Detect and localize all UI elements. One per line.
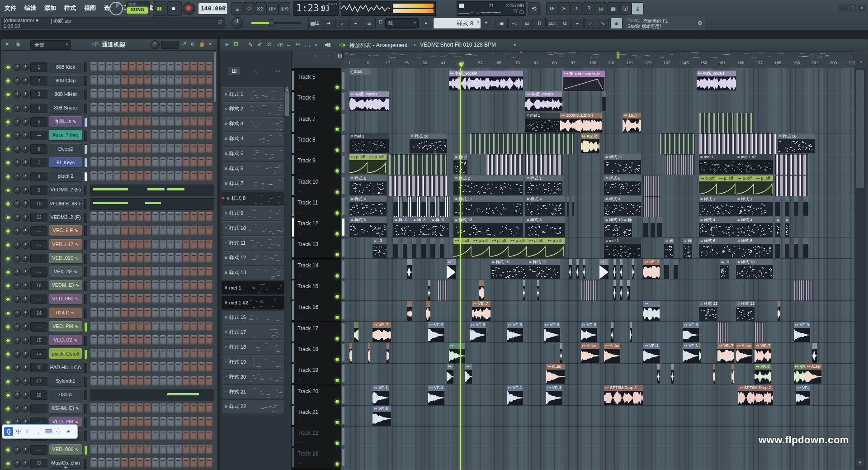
pattern-item-样式 18[interactable]: ≡样式 18	[222, 340, 284, 354]
song-mode-button[interactable]: SONG	[127, 7, 148, 14]
channel-number[interactable]: 12	[30, 213, 47, 222]
channel-mute-meter[interactable]	[84, 322, 87, 332]
track-select-strip[interactable]	[292, 260, 294, 279]
list-button[interactable]: ▤	[521, 18, 533, 29]
step-cell[interactable]	[152, 212, 159, 222]
pattern-clip-样式 21[interactable]: ≡ 样式 21	[604, 154, 641, 174]
pattern-item-样式 4[interactable]: ≡样式 4	[222, 132, 284, 146]
channel-volume-knob[interactable]	[22, 77, 29, 85]
pattern-item-mel 1[interactable]: ≡mel 1	[222, 281, 284, 294]
step-cell[interactable]	[190, 431, 197, 440]
step-cell[interactable]	[144, 362, 151, 372]
pattern-selector[interactable]: 样式 8⇅	[433, 18, 481, 29]
block-clip[interactable]	[699, 113, 716, 133]
step-cell[interactable]	[183, 171, 189, 181]
mini-pattern-clip[interactable]	[785, 196, 789, 216]
track-lane-Track-12[interactable]: ≡ 样式 6≡ 样..3≡ 样..3≡ 样..3≡ 样式 18≡ 样式 6≡ 样…	[341, 217, 854, 238]
channel-volume-knob[interactable]	[22, 214, 29, 221]
step-cell[interactable]	[160, 349, 166, 358]
step-cell[interactable]	[152, 349, 159, 358]
step-cell[interactable]	[183, 267, 189, 276]
mini-pattern-clip[interactable]	[674, 259, 678, 279]
pattern-clip-样式 17[interactable]: ≡ 样式 17	[453, 196, 523, 216]
channel-mute-meter[interactable]	[84, 418, 87, 427]
pattern-clip-mel 1 #2[interactable]: ≡ mel 1 #2	[736, 154, 773, 174]
channel-pan-knob[interactable]	[14, 460, 21, 467]
step-cell[interactable]	[167, 362, 174, 372]
step-cell[interactable]	[175, 171, 182, 181]
channel-volume-knob[interactable]	[22, 159, 29, 166]
step-cell[interactable]	[190, 458, 197, 468]
channel-enable-led[interactable]	[6, 297, 10, 302]
channel-pan-knob[interactable]	[14, 228, 21, 235]
step-cell[interactable]	[206, 308, 212, 318]
channel-pan-knob[interactable]	[14, 91, 21, 98]
step-cell[interactable]	[167, 445, 174, 454]
block-clip[interactable]	[486, 154, 524, 175]
track-select-strip[interactable]	[292, 406, 294, 425]
step-cell[interactable]	[206, 362, 212, 372]
step-cell[interactable]	[121, 117, 128, 126]
channel-volume-knob[interactable]	[22, 446, 29, 454]
pattern-clip-样..3[interactable]: ≡ 样..3	[393, 217, 412, 237]
step-cell[interactable]	[190, 103, 197, 113]
small-audio-clip-unnamed[interactable]	[812, 343, 817, 363]
audio-clip-VF..0[interactable]: ↦ VF..0	[794, 364, 806, 384]
track-lane-Track-5[interactable]: ↦ 冬眠_vocals⊶ Reverb..cay time↦ 冬眠_vocals	[341, 70, 854, 91]
step-cell[interactable]	[190, 117, 197, 126]
step-cell[interactable]	[90, 280, 97, 290]
step-cell[interactable]	[129, 130, 136, 140]
track-header-Track-20[interactable]: Track 20....	[292, 385, 341, 406]
channel-enable-led[interactable]	[6, 366, 10, 370]
pattern-clip-样式 12[interactable]: ≡ 样式 12	[699, 301, 717, 321]
channel-pan-knob[interactable]	[14, 364, 21, 371]
step-cell[interactable]	[190, 157, 197, 167]
record-button[interactable]	[183, 2, 195, 15]
channel-button-808 Kick[interactable]: 808 Kick	[49, 62, 82, 72]
step-cell[interactable]	[144, 349, 151, 358]
mini-pattern-clip[interactable]	[430, 238, 435, 258]
channel-number[interactable]: 7	[30, 158, 47, 167]
step-cell[interactable]	[121, 349, 128, 358]
step-cell[interactable]	[175, 157, 182, 167]
ime-item-3[interactable]: ,	[34, 427, 43, 436]
step-cell[interactable]	[206, 171, 212, 181]
track-header-Track-18[interactable]: Track 18....	[292, 342, 341, 364]
step-cell[interactable]	[206, 130, 212, 140]
step-cell[interactable]	[183, 226, 189, 235]
channel-enable-led[interactable]	[6, 120, 10, 124]
step-cell[interactable]	[183, 240, 189, 249]
snap-selector[interactable]: 线▸	[385, 18, 419, 28]
channel-volume-knob[interactable]	[22, 119, 29, 126]
block-clip[interactable]	[699, 133, 776, 154]
block-clip[interactable]	[794, 280, 813, 301]
channel-volume-knob[interactable]	[22, 378, 29, 385]
step-cell[interactable]	[144, 171, 151, 181]
pattern-clip-样式 4[interactable]: ≡ 样式 4	[736, 217, 773, 237]
step-cell[interactable]	[175, 445, 182, 454]
audio-clip-VF..1[interactable]: ↦ VF..1	[546, 385, 562, 405]
step-cell[interactable]	[160, 267, 166, 276]
audio-clip-VF..1[interactable]: ↦ VF..1	[796, 385, 810, 405]
channel-volume-knob[interactable]	[22, 310, 29, 317]
mini-pattern-clip[interactable]	[393, 238, 398, 258]
mini-pattern-clip[interactable]	[775, 238, 780, 258]
audio-clip-unnamed[interactable]: ↦	[643, 301, 660, 321]
ime-item-6[interactable]: ✦	[64, 427, 73, 436]
step-cell[interactable]	[113, 171, 120, 181]
step-cell[interactable]	[152, 240, 159, 249]
step-cell[interactable]	[198, 130, 205, 140]
main-volume-knob[interactable]	[109, 2, 123, 15]
step-cell[interactable]	[190, 362, 197, 372]
pattern-clip-样式 12[interactable]: ≡ 样式 12	[528, 259, 560, 279]
step-cell[interactable]	[198, 362, 205, 372]
step-cell[interactable]	[144, 445, 151, 454]
step-cell[interactable]	[198, 240, 205, 249]
step-cell[interactable]	[175, 335, 182, 345]
track-mute-led[interactable]	[335, 127, 340, 132]
channel-enable-led[interactable]	[6, 256, 10, 261]
menu-item-3[interactable]: 样式	[64, 4, 76, 12]
track-header-Track-11[interactable]: Track 11....	[292, 196, 341, 217]
step-cell[interactable]	[137, 76, 143, 85]
step-cell[interactable]	[198, 349, 205, 358]
